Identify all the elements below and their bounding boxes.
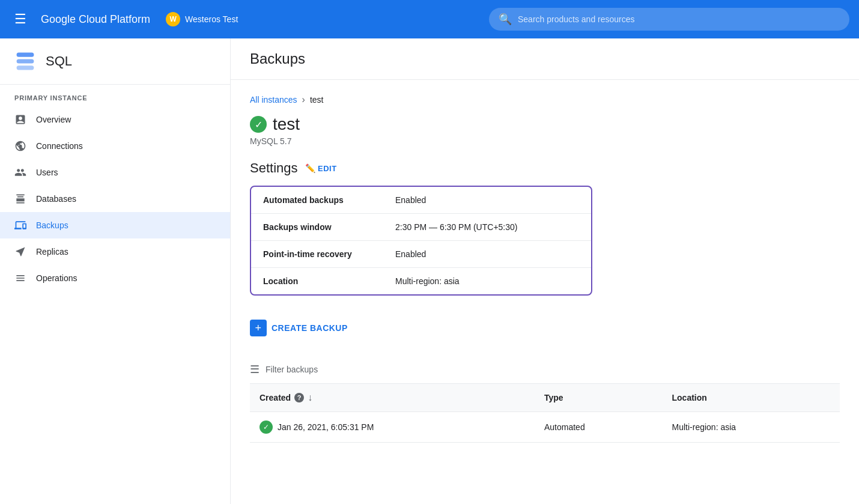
sidebar-header: SQL xyxy=(0,38,230,85)
users-icon xyxy=(14,166,26,178)
project-label: Westeros Test xyxy=(185,14,238,24)
sidebar-section-label: PRIMARY INSTANCE xyxy=(0,85,230,106)
project-selector[interactable]: W Westeros Test xyxy=(160,8,244,30)
sidebar: SQL PRIMARY INSTANCE Overview Connection… xyxy=(0,38,231,504)
sidebar-item-label: Users xyxy=(36,168,58,177)
settings-header: Settings ✏️ EDIT xyxy=(250,160,840,176)
filter-bar[interactable]: ☰ Filter backups xyxy=(250,356,840,384)
settings-row-pitr: Point-in-time recovery Enabled xyxy=(251,241,591,268)
svg-rect-2 xyxy=(17,65,34,70)
create-backup-button[interactable]: + CREATE BACKUP xyxy=(250,315,840,341)
backups-table: Created ? ↓ Type Location xyxy=(250,384,840,443)
cell-type: Automated xyxy=(535,412,663,443)
settings-label-window: Backups window xyxy=(263,222,395,232)
cell-location: Multi-region: asia xyxy=(663,412,840,443)
replicas-icon xyxy=(14,246,26,258)
col-header-created: Created ? ↓ xyxy=(250,384,535,412)
breadcrumb-all-instances[interactable]: All instances xyxy=(250,95,297,105)
settings-row-automated: Automated backups Enabled xyxy=(251,187,591,214)
sidebar-title: SQL xyxy=(46,53,72,69)
cell-created: ✓ Jan 26, 2021, 6:05:31 PM xyxy=(250,412,535,443)
content-body: All instances › test ✓ test MySQL 5.7 Se… xyxy=(231,80,859,457)
svg-rect-0 xyxy=(17,53,34,57)
col-header-type: Type xyxy=(535,384,663,412)
sidebar-item-label: Operations xyxy=(36,273,77,283)
sidebar-item-databases[interactable]: Databases xyxy=(0,186,230,212)
edit-label: EDIT xyxy=(318,164,337,173)
col-header-location: Location xyxy=(663,384,840,412)
sidebar-item-connections[interactable]: Connections xyxy=(0,133,230,159)
overview-icon xyxy=(14,114,26,126)
sort-icon[interactable]: ↓ xyxy=(308,392,312,403)
filter-label: Filter backups xyxy=(266,365,318,374)
settings-value-pitr: Enabled xyxy=(395,249,426,259)
sidebar-item-operations[interactable]: Operations xyxy=(0,265,230,291)
row-status-icon: ✓ xyxy=(260,421,273,434)
page-title: Backups xyxy=(250,50,840,67)
sidebar-item-label: Replicas xyxy=(36,247,68,257)
layout: SQL PRIMARY INSTANCE Overview Connection… xyxy=(0,38,859,504)
settings-label-automated: Automated backups xyxy=(263,195,395,205)
search-input[interactable] xyxy=(518,14,840,24)
project-dot-icon: W xyxy=(166,12,180,26)
operations-icon xyxy=(14,272,26,284)
search-icon: 🔍 xyxy=(499,13,512,26)
hamburger-menu-icon[interactable]: ☰ xyxy=(10,7,31,32)
breadcrumb-current: test xyxy=(310,95,324,105)
settings-label-pitr: Point-in-time recovery xyxy=(263,249,395,259)
sidebar-item-users[interactable]: Users xyxy=(0,159,230,186)
page-header: Backups xyxy=(231,38,859,80)
settings-value-location: Multi-region: asia xyxy=(395,276,460,286)
sidebar-item-label: Connections xyxy=(36,141,83,151)
settings-title: Settings xyxy=(250,160,298,176)
sidebar-item-label: Overview xyxy=(36,115,71,124)
breadcrumb: All instances › test xyxy=(250,94,840,105)
sidebar-item-backups[interactable]: Backups xyxy=(0,212,230,238)
settings-value-automated: Enabled xyxy=(395,195,426,205)
settings-row-window: Backups window 2:30 PM — 6:30 PM (UTC+5:… xyxy=(251,214,591,241)
sidebar-item-label: Backups xyxy=(36,220,68,230)
app-title: Google Cloud Platform xyxy=(41,13,150,26)
sql-icon xyxy=(14,50,36,72)
instance-header: ✓ test xyxy=(250,115,840,134)
instance-name: test xyxy=(273,115,300,134)
table-row: ✓ Jan 26, 2021, 6:05:31 PM Automated Mul… xyxy=(250,412,840,443)
filter-icon: ☰ xyxy=(250,363,260,376)
top-navbar: ☰ Google Cloud Platform W Westeros Test … xyxy=(0,0,859,38)
settings-row-location: Location Multi-region: asia xyxy=(251,268,591,294)
sidebar-item-replicas[interactable]: Replicas xyxy=(0,238,230,265)
search-bar[interactable]: 🔍 xyxy=(489,8,849,31)
sidebar-item-label: Databases xyxy=(36,194,76,204)
edit-icon: ✏️ xyxy=(305,163,316,173)
instance-db: MySQL 5.7 xyxy=(250,136,840,146)
breadcrumb-separator: › xyxy=(302,94,305,105)
svg-rect-1 xyxy=(17,59,34,63)
settings-label-location: Location xyxy=(263,276,395,286)
main-content: Backups All instances › test ✓ test MySQ… xyxy=(231,38,859,504)
backups-icon xyxy=(14,219,26,231)
created-info-icon[interactable]: ? xyxy=(294,393,304,402)
sidebar-item-overview[interactable]: Overview xyxy=(0,106,230,133)
settings-value-window: 2:30 PM — 6:30 PM (UTC+5:30) xyxy=(395,222,517,232)
connections-icon xyxy=(14,140,26,152)
databases-icon xyxy=(14,193,26,205)
create-backup-label: CREATE BACKUP xyxy=(272,323,348,333)
settings-card: Automated backups Enabled Backups window… xyxy=(250,186,592,296)
edit-button[interactable]: ✏️ EDIT xyxy=(305,163,337,173)
create-backup-icon: + xyxy=(250,320,267,336)
instance-status-icon: ✓ xyxy=(250,116,267,133)
